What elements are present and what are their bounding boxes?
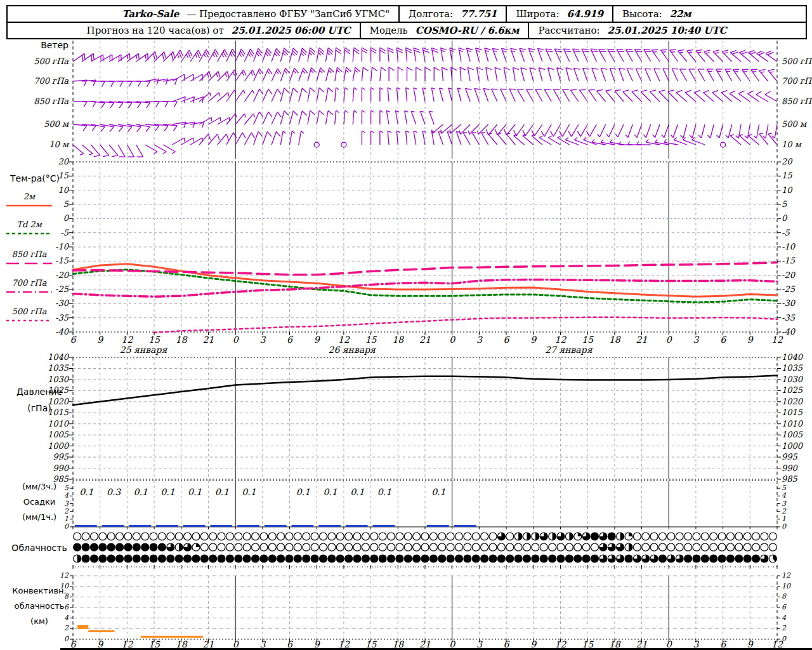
precip-ytick-right: 3 (782, 500, 787, 508)
meteogram-page: { "header": { "line1": [ {"t":"Tarko-Sal… (0, 0, 812, 650)
cloud-cover-icon (209, 533, 217, 540)
xtick-hour-bottom: 12 (771, 639, 783, 649)
cloud-cover-icon (396, 555, 403, 562)
temp-ytick-left: 20 (58, 157, 69, 166)
xtick-hour-bottom: 21 (419, 639, 431, 649)
cloud-cover-icon (421, 555, 429, 562)
cloud-section (73, 533, 777, 569)
cloud-cover-icon (336, 533, 344, 540)
precip-3h-value: 0.1 (350, 487, 364, 497)
cloud-cover-icon (226, 533, 233, 540)
cloud-cover-icon (455, 555, 462, 562)
pressure-ytick-right: 1025 (782, 385, 803, 395)
cloud-cover-icon (379, 555, 386, 562)
conv-ytick-left: 0 (64, 635, 69, 643)
cloud-cover-icon (701, 533, 709, 540)
cloud-cover-icon (260, 555, 268, 562)
cloud-cover-icon (116, 555, 124, 562)
cloud-cover-icon (226, 555, 233, 562)
precip-3h-value: 0.1 (188, 487, 202, 497)
legend-label: 850 гПа (12, 249, 47, 259)
cloud-cover-icon (421, 533, 429, 540)
cloud-cover-icon (184, 555, 192, 562)
precip-bar (237, 525, 259, 527)
conv-ytick-right: 2 (782, 624, 787, 632)
conv-ytick-right: 12 (782, 571, 791, 580)
xtick-hour-bottom: 18 (609, 639, 621, 649)
cloud-cover-icon (277, 543, 285, 551)
cloud-cover-icon (429, 533, 437, 540)
xtick-hour-bottom: 0 (449, 639, 455, 649)
cloud-cover-icon (209, 543, 217, 551)
cloud-cover-icon (667, 543, 675, 551)
cloud-cover-icon (676, 543, 683, 551)
cloud-cover-icon (574, 543, 582, 551)
cloud-cover-icon (107, 555, 115, 562)
precip-ytick-right: 4 (782, 491, 787, 500)
convective-section-title: Конвективн. (12, 586, 67, 595)
cloud-cover-icon (761, 543, 768, 551)
temp-ytick-right: -30 (782, 298, 796, 308)
temp-ytick-right: 10 (782, 185, 793, 195)
precip-bar (265, 525, 287, 527)
cloud-cover-icon (345, 543, 353, 551)
cloud-cover-icon (388, 555, 395, 562)
pressure-ytick-left: 1030 (48, 375, 70, 384)
convective-section (70, 576, 780, 639)
cloud-cover-icon (769, 543, 776, 551)
cloud-cover-icon (633, 543, 641, 551)
temp-ytick-left: -10 (55, 242, 70, 251)
cloud-cover-icon (200, 533, 208, 540)
cloud-cover-icon (345, 533, 353, 540)
cloud-cover-icon (404, 533, 412, 540)
cloud-cover-icon (362, 543, 369, 551)
precip-section-title: (мм/1ч.) (22, 512, 56, 522)
cloud-cover-icon (252, 543, 259, 551)
cloud-row-mid (74, 543, 777, 551)
xtick-hour-bottom: 21 (203, 639, 214, 649)
cloud-cover-icon (514, 555, 522, 562)
cloud-cover-icon (268, 533, 276, 540)
cloud-cover-icon (320, 533, 327, 540)
cloud-cover-fill (620, 533, 624, 540)
xtick-hour: 6 (504, 335, 510, 345)
precip-bar (102, 525, 124, 527)
cloud-cover-icon (184, 533, 192, 540)
cloud-cover-icon (735, 543, 743, 551)
cloud-cover-icon (718, 555, 726, 562)
wind-level-label-left: 500 м (44, 119, 70, 129)
cloud-cover-icon (497, 555, 505, 562)
cloud-cover-icon (413, 543, 421, 551)
precip-ytick-left: 4 (64, 491, 69, 500)
cloud-cover-icon (396, 543, 403, 551)
cloud-cover-icon (464, 533, 471, 540)
cloud-cover-icon (455, 543, 462, 551)
xtick-hour-bottom: 3 (259, 639, 266, 649)
cloud-cover-icon (421, 543, 429, 551)
cloud-cover-icon (345, 555, 353, 562)
cloud-cover-icon (218, 533, 225, 540)
cloud-cover-icon (82, 555, 89, 562)
temp-ytick-left: 5 (63, 199, 69, 209)
cloud-row-low (74, 555, 777, 562)
cloud-cover-icon (718, 533, 726, 540)
xtick-hour-bottom: 6 (287, 639, 293, 649)
pressure-section-title: Давление (16, 387, 62, 397)
conv-ytick-left: 4 (64, 614, 69, 622)
pressure-ytick-right: 995 (782, 452, 798, 461)
precip-ytick-left: 5 (64, 484, 69, 492)
cloud-cover-icon (141, 543, 149, 551)
cloud-cover-icon (701, 555, 709, 562)
precip-ytick-right: 0 (782, 522, 787, 531)
precip-3h-value: 0.1 (431, 487, 445, 497)
xtick-hour-bottom: 0 (233, 639, 239, 649)
temp-ytick-left: 15 (58, 171, 69, 180)
cloud-cover-icon (285, 533, 293, 540)
cloud-cover-icon (268, 555, 276, 562)
pressure-ytick-right: 1010 (782, 419, 804, 428)
convective-cloud-segment (141, 636, 203, 638)
cloud-cover-icon (252, 555, 259, 562)
cloud-cover-icon (693, 533, 700, 540)
cloud-cover-icon (676, 533, 683, 540)
cloud-cover-icon (252, 533, 259, 540)
